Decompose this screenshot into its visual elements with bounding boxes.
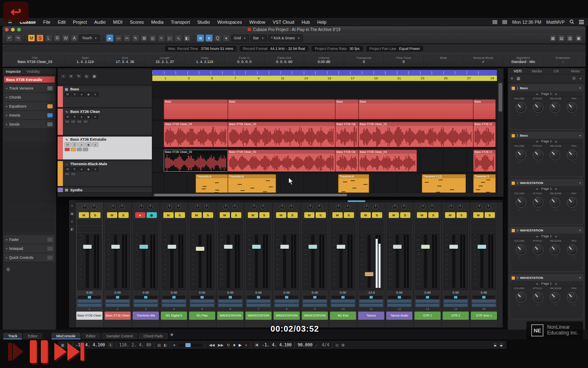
fader-track[interactable] <box>170 235 174 288</box>
lane-1[interactable]: Bass XT26 Clean_03Bass XT26 Clean_03Bass… <box>152 121 497 148</box>
send-slot[interactable] <box>415 299 440 303</box>
chevron-down-icon[interactable]: ▼ <box>579 229 581 232</box>
clip-bass-xt26-clean-03[interactable]: Bass XT26 Clean_03 <box>164 122 228 147</box>
quick-control-knob-volume[interactable] <box>516 102 526 113</box>
inspector-section-track-versions[interactable]: ▸Track Versions <box>4 84 55 93</box>
mute-button[interactable]: M <box>332 212 343 218</box>
split-tool[interactable]: ✂ <box>123 34 131 42</box>
record-arm-button[interactable]: ● <box>78 92 85 96</box>
insert-slot[interactable] <box>77 226 102 232</box>
gain-knob[interactable] <box>477 204 482 209</box>
pan-control[interactable] <box>303 296 326 299</box>
info-field-extension[interactable]: Extension- <box>543 54 583 66</box>
mixer-channel-4[interactable]: MS0.004M1 Digital 5 <box>160 202 188 327</box>
shuttle-slider[interactable] <box>178 344 202 346</box>
insert-slot[interactable] <box>303 226 327 232</box>
fader-cap[interactable] <box>308 245 317 249</box>
pan-knob[interactable] <box>232 204 237 209</box>
solo-button[interactable]: S <box>90 212 100 218</box>
solo-button[interactable]: S <box>71 167 78 171</box>
routing-slot[interactable] <box>274 220 299 225</box>
pan-knob[interactable] <box>317 204 322 209</box>
edit-channel-button[interactable]: e <box>92 167 98 171</box>
click-icon[interactable]: ⊠ <box>341 343 345 347</box>
erase-tool[interactable]: ⊠ <box>140 34 148 42</box>
monitor-button[interactable]: ◉ <box>85 142 91 147</box>
fader-track[interactable] <box>368 235 371 288</box>
gain-knob[interactable] <box>195 204 200 209</box>
mixer-tool-3[interactable]: ◧ <box>71 227 74 231</box>
solo-button[interactable]: S <box>428 212 439 218</box>
horizontal-scrollbar[interactable] <box>152 193 497 197</box>
quick-control-knob-volume[interactable] <box>516 150 526 160</box>
fader-track[interactable] <box>198 235 202 288</box>
mixconsole-scrollbar-thumb[interactable] <box>347 200 365 202</box>
fader-cap[interactable] <box>336 245 345 249</box>
vsti-tab-meter[interactable]: Meter <box>566 69 585 73</box>
insert-slot[interactable] <box>105 226 130 232</box>
mixer-channel-2[interactable]: MS0.002Bass XT26 Clean <box>104 202 132 327</box>
insert-slot[interactable] <box>331 226 355 232</box>
quick-control-knob-attack[interactable] <box>533 292 543 303</box>
quick-control-knob-pan[interactable] <box>567 292 577 303</box>
mixer-channel-14[interactable]: MS0.0014GTR 2 <box>442 202 470 327</box>
quick-control-knob-release[interactable] <box>550 150 560 160</box>
routing-slot[interactable] <box>443 220 468 225</box>
gain-knob[interactable] <box>82 204 87 209</box>
send-slot[interactable] <box>303 303 327 307</box>
menu-item-edit[interactable]: Edit <box>54 20 69 25</box>
channel-name[interactable]: Theremin-Bla <box>133 312 159 320</box>
fader-track[interactable] <box>86 235 89 288</box>
quantize-preset-dropdown[interactable]: * Kick & Snare▼ <box>268 34 303 42</box>
pan-control[interactable] <box>106 296 129 299</box>
quantize-menu-button[interactable]: ▾ <box>223 34 230 42</box>
pan-knob[interactable] <box>148 204 153 209</box>
redo-button[interactable]: ↷ <box>14 34 22 42</box>
fader-cap[interactable] <box>365 272 374 276</box>
chevron-down-icon[interactable]: ▼ <box>579 182 581 184</box>
menu-item-window[interactable]: Window <box>246 20 269 25</box>
quick-control-knob-pan[interactable] <box>567 245 577 255</box>
forward-button[interactable]: ▶▶ <box>217 343 225 347</box>
send-slot[interactable] <box>134 303 158 307</box>
pan-control[interactable] <box>275 296 298 299</box>
record-arm-button[interactable]: ● <box>135 212 145 218</box>
insert-slot[interactable] <box>274 226 299 232</box>
color-tool[interactable]: ◧ <box>183 34 191 42</box>
mute-button[interactable]: M <box>276 212 286 218</box>
send-slot[interactable] <box>331 299 355 303</box>
send-slot[interactable] <box>218 299 243 303</box>
info-field-snap[interactable]: Snap1. 4. 2.119 <box>185 54 225 66</box>
locator-display[interactable]: 110. 2. 4. 80 <box>119 343 151 347</box>
chevron-down-icon[interactable]: ▼ <box>579 87 581 90</box>
fader-cap[interactable] <box>449 245 458 249</box>
pan-knob[interactable] <box>373 204 378 209</box>
vsti-tab-cr[interactable]: CR <box>547 69 566 73</box>
fader-track[interactable] <box>396 235 399 288</box>
quick-control-knob-attack[interactable] <box>533 150 543 160</box>
fader-track[interactable] <box>255 235 258 288</box>
vsti-tool-1[interactable]: ▦ <box>517 76 520 81</box>
pan-control[interactable] <box>472 296 495 299</box>
stop-button[interactable]: ■ <box>232 343 236 347</box>
routing-slot[interactable] <box>303 220 327 225</box>
solo-button[interactable]: S <box>231 212 241 218</box>
tab-chord-pads-3[interactable]: Chord Pads <box>138 333 168 339</box>
mute-button[interactable]: M <box>248 212 258 218</box>
clip-bass-xt26-cle[interactable]: Bass XT26 Cle <box>335 150 359 172</box>
track-row-bass-xt26-extratalie[interactable]: ∿Bass XT26 ExtratalieMS●◉e <box>58 137 152 160</box>
mute-button[interactable]: M <box>220 212 230 218</box>
punch-icon[interactable]: ◧ <box>164 343 167 347</box>
solo-button[interactable]: S <box>457 212 467 218</box>
zoom-tool[interactable]: ◎ <box>149 34 156 42</box>
tab-sampler-control-2[interactable]: Sampler Control <box>101 333 138 339</box>
send-slot[interactable] <box>331 303 355 307</box>
fader-cap[interactable] <box>421 245 430 249</box>
mixer-tool-1[interactable]: ▦ <box>71 212 74 215</box>
pan-control[interactable] <box>360 296 383 299</box>
gain-knob[interactable] <box>280 204 285 209</box>
page-prev-icon[interactable]: ◀ <box>536 187 538 190</box>
channel-name[interactable]: Taurus <box>358 312 384 320</box>
mute-button[interactable]: M <box>107 212 117 218</box>
channel-name[interactable]: M1 Digital 5 <box>161 312 187 320</box>
